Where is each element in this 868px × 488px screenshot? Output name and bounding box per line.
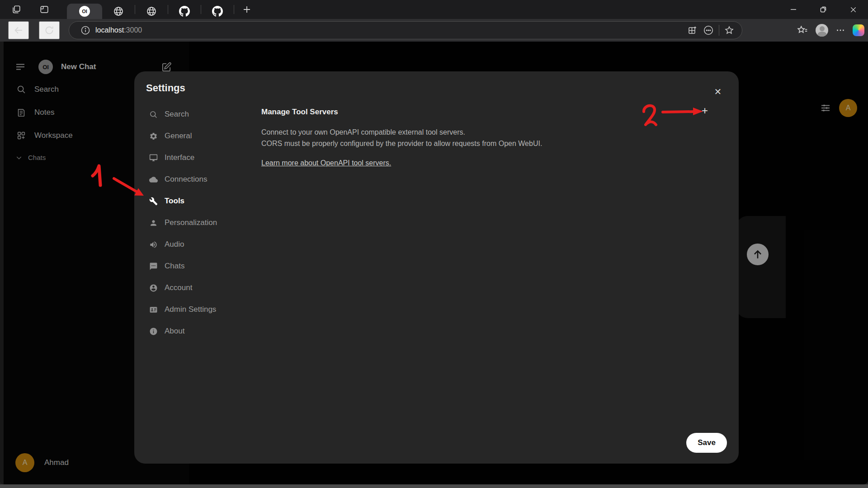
minimize-button[interactable]	[778, 0, 808, 19]
gear-icon	[149, 131, 158, 141]
avatar-body	[817, 32, 827, 37]
globe-icon	[146, 6, 157, 17]
tab-github-1[interactable]	[168, 4, 201, 19]
restore-button[interactable]	[808, 0, 838, 19]
settings-nav-label: General	[165, 131, 192, 141]
tool-servers-description-line2: CORS must be properly configured by the …	[261, 138, 727, 149]
id-badge-icon	[149, 305, 158, 314]
globe-icon	[113, 6, 124, 17]
browser-toolbar: localhost:3000	[0, 19, 868, 42]
vertical-tabs-button[interactable]	[34, 2, 54, 17]
window-controls	[778, 0, 868, 19]
info-icon	[149, 327, 158, 336]
settings-nav-about[interactable]: About	[143, 322, 256, 340]
toolbar-menu-icon[interactable]	[835, 25, 845, 35]
account-circle-icon	[149, 283, 158, 292]
address-bar[interactable]: localhost:3000	[69, 21, 742, 39]
copilot-icon[interactable]	[853, 24, 864, 36]
settings-nav-label: Account	[165, 283, 192, 292]
tool-servers-description-line1: Connect to your own OpenAPI compatible e…	[261, 127, 727, 138]
tab-workspaces-button[interactable]	[6, 2, 26, 17]
browser-window: OI	[0, 0, 868, 488]
settings-close-button[interactable]: ✕	[709, 83, 726, 100]
back-arrow-icon	[13, 25, 24, 36]
new-tab-button[interactable]	[237, 2, 257, 17]
monitor-icon	[149, 153, 158, 162]
settings-nav-label: Audio	[165, 240, 184, 249]
vertical-tabs-icon	[39, 5, 49, 14]
settings-nav-label: Admin Settings	[165, 305, 216, 314]
avatar-head	[820, 26, 825, 31]
browser-tab-strip: OI	[0, 0, 868, 19]
settings-nav-label: Search	[165, 110, 189, 119]
settings-nav-search[interactable]: Search	[143, 105, 256, 123]
settings-nav-chats[interactable]: Chats	[143, 257, 256, 275]
settings-nav-audio[interactable]: Audio	[143, 235, 256, 253]
tools-settings-content: Manage Tool Servers + Connect to your ow…	[261, 108, 727, 167]
openwebui-favicon: OI	[79, 6, 90, 17]
settings-nav-label: Connections	[165, 175, 208, 184]
toolbar-right	[797, 21, 864, 39]
wrench-icon	[149, 197, 158, 206]
favorite-star-icon[interactable]	[724, 25, 735, 36]
settings-nav: Search General Interface	[143, 105, 256, 340]
save-button[interactable]: Save	[686, 433, 727, 453]
settings-nav-personalization[interactable]: Personalization	[143, 214, 256, 232]
tab-globe-2[interactable]	[135, 4, 168, 19]
settings-nav-account[interactable]: Account	[143, 279, 256, 297]
settings-nav-admin-settings[interactable]: Admin Settings	[143, 300, 256, 319]
add-tool-server-button[interactable]: +	[696, 102, 713, 119]
settings-nav-label: Chats	[165, 262, 184, 271]
speaker-icon	[149, 240, 158, 249]
settings-nav-tools[interactable]: Tools	[143, 192, 256, 210]
tab-globe-1[interactable]	[102, 4, 135, 19]
settings-modal: Settings ✕ Search General	[134, 71, 739, 464]
favorites-bar-icon[interactable]	[797, 24, 808, 36]
github-icon	[212, 6, 223, 17]
refresh-icon	[44, 25, 55, 36]
cloud-icon	[149, 175, 158, 184]
settings-nav-label: About	[165, 327, 184, 336]
workspaces-icon	[11, 5, 21, 14]
openapi-learn-more-link[interactable]: Learn more about OpenAPI tool servers.	[261, 159, 391, 167]
chat-bubble-icon	[149, 262, 158, 271]
settings-nav-interface[interactable]: Interface	[143, 149, 256, 167]
url-port: :3000	[124, 26, 142, 34]
url-host: localhost	[95, 26, 124, 34]
person-icon	[149, 218, 158, 227]
openwebui-app: OI New Chat Search	[0, 42, 868, 484]
github-icon	[179, 6, 190, 17]
search-icon	[149, 110, 158, 119]
ellipsis-circle-icon[interactable]	[703, 24, 714, 36]
settings-nav-label: Personalization	[165, 218, 217, 227]
restore-icon	[820, 6, 827, 13]
plus-icon	[242, 5, 251, 14]
tab-github-2[interactable]	[201, 4, 234, 19]
split-screen-icon[interactable]	[687, 25, 698, 36]
settings-title: Settings	[146, 82, 185, 94]
bottom-scrollbar[interactable]	[0, 484, 868, 488]
settings-nav-general[interactable]: General	[143, 127, 256, 145]
tab-separator	[234, 5, 234, 14]
address-bar-divider	[719, 25, 719, 36]
close-window-button[interactable]	[838, 0, 868, 19]
refresh-button[interactable]	[39, 21, 60, 39]
site-info-icon[interactable]	[80, 25, 91, 36]
minimize-icon	[790, 6, 797, 13]
close-icon	[850, 6, 857, 13]
settings-nav-label: Tools	[165, 197, 184, 206]
back-button[interactable]	[8, 21, 29, 39]
browser-profile-avatar[interactable]	[816, 24, 828, 37]
settings-nav-label: Interface	[165, 153, 194, 162]
tab-openwebui[interactable]: OI	[67, 4, 102, 19]
manage-tool-servers-heading: Manage Tool Servers	[261, 108, 338, 117]
settings-nav-connections[interactable]: Connections	[143, 170, 256, 188]
